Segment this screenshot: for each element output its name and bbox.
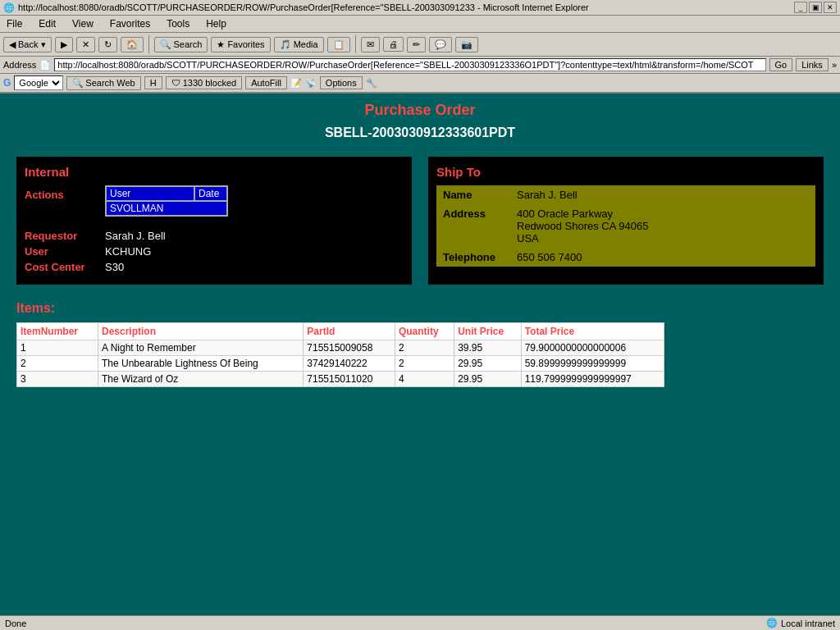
cost-center-value: S30 — [105, 261, 124, 273]
ship-telephone-value: 650 506 7400 — [510, 248, 815, 267]
col-description: Description — [98, 323, 303, 340]
ship-address-value: 400 Oracle Parkway Redwood Shores CA 940… — [510, 204, 815, 248]
history-icon: 📋 — [333, 39, 345, 50]
actions-user-input[interactable] — [106, 201, 227, 216]
address-bar: Address 📄 Go Links » — [0, 57, 840, 74]
google-extra-icon: 📡 — [305, 78, 317, 89]
links-button[interactable]: Links — [796, 58, 829, 71]
cost-center-row: Cost Center S30 — [25, 261, 404, 273]
cost-center-label: Cost Center — [25, 261, 98, 273]
go-button[interactable]: Go — [769, 58, 793, 71]
table-row: 3The Wizard of Oz715515011020429.95119.7… — [17, 372, 664, 387]
close-button[interactable]: ✕ — [824, 2, 837, 13]
requestor-label: Requestor — [25, 230, 98, 242]
page-title: Purchase Order — [16, 102, 824, 119]
home-icon: 🏠 — [126, 39, 138, 50]
search-icon: 🔍 — [160, 39, 171, 50]
actions-user-row — [106, 201, 227, 216]
cell-unit_price: 29.95 — [454, 356, 521, 372]
mail-button[interactable]: ✉ — [361, 37, 380, 52]
blogger-icon: 📝 — [290, 78, 302, 89]
cell-total_price: 119.7999999999999997 — [521, 372, 664, 387]
cell-item_number: 1 — [17, 340, 98, 356]
order-id: SBELL-2003030912333601PDT — [16, 126, 824, 140]
cell-quantity: 2 — [395, 356, 454, 372]
user-row: User KCHUNG — [25, 245, 404, 258]
two-column-layout: Internal Actions User Date Requestor Sar… — [16, 157, 824, 285]
requestor-value: Sarah J. Bell — [105, 230, 166, 242]
ship-name-label: Name — [436, 185, 510, 204]
cell-total_price: 79.9000000000000006 — [521, 340, 664, 356]
menu-file[interactable]: File — [3, 17, 25, 30]
menu-tools[interactable]: Tools — [163, 17, 193, 30]
cell-item_number: 3 — [17, 372, 98, 387]
items-table: ItemNumber Description PartId Quantity U… — [16, 322, 664, 387]
cell-item_number: 2 — [17, 356, 98, 372]
ship-name-row: Name Sarah J. Bell — [436, 185, 815, 204]
stop-icon: ✕ — [82, 39, 89, 50]
col-unit-price: Unit Price — [454, 323, 521, 340]
autofill-button[interactable]: AutoFill — [245, 76, 287, 89]
cell-part_id: 37429140222 — [304, 356, 395, 372]
search-web-button[interactable]: 🔍 Search Web — [66, 76, 140, 90]
google-search-select[interactable]: Google — [14, 75, 63, 90]
menu-view[interactable]: View — [69, 17, 97, 30]
messenger-button[interactable]: 📷 — [455, 37, 478, 52]
col-quantity: Quantity — [395, 323, 454, 340]
cell-part_id: 715515009058 — [304, 340, 395, 356]
actions-label: Actions — [25, 185, 98, 201]
internal-section: Internal Actions User Date Requestor Sar… — [16, 157, 412, 285]
discuss-button[interactable]: 💬 — [429, 37, 452, 52]
star-icon: ★ — [217, 39, 225, 50]
search-button[interactable]: 🔍 Search — [154, 37, 208, 52]
table-row: 1A Night to Remember715515009058239.9579… — [17, 340, 664, 356]
ship-telephone-label: Telephone — [436, 248, 510, 267]
menu-edit[interactable]: Edit — [35, 17, 59, 30]
menu-favorites[interactable]: Favorites — [107, 17, 153, 30]
print-button[interactable]: 🖨 — [383, 37, 404, 52]
edit-button[interactable]: ✏ — [407, 37, 426, 52]
ship-to-title: Ship To — [436, 165, 815, 179]
forward-icon: ▶ — [61, 39, 67, 50]
restore-button[interactable]: ▣ — [809, 2, 822, 13]
stop-button[interactable]: ✕ — [76, 37, 95, 52]
ship-address-row: Address 400 Oracle Parkway Redwood Shore… — [436, 204, 815, 248]
options-button[interactable]: Options — [320, 76, 363, 89]
blocked-badge: 🛡 1330 blocked — [166, 76, 243, 89]
minimize-button[interactable]: _ — [794, 2, 807, 13]
cell-total_price: 59.8999999999999999 — [521, 356, 664, 372]
media-icon: 🎵 — [280, 39, 291, 50]
actions-user-header: User — [106, 186, 194, 201]
user-value: KCHUNG — [105, 245, 151, 258]
items-header-row: ItemNumber Description PartId Quantity U… — [17, 323, 664, 340]
refresh-button[interactable]: ↻ — [98, 37, 117, 52]
ship-to-table: Name Sarah J. Bell Address 400 Oracle Pa… — [436, 185, 815, 267]
window-title: http://localhost:8080/oradb/SCOTT/PURCHA… — [18, 2, 589, 12]
ship-name-value: Sarah J. Bell — [510, 185, 815, 204]
address-input[interactable] — [54, 58, 765, 71]
ship-address-label: Address — [436, 204, 510, 248]
media-button[interactable]: 🎵 Media — [274, 37, 324, 52]
search-web-icon: 🔍 — [72, 78, 84, 89]
refresh-icon: ↻ — [104, 39, 112, 50]
favorites-button[interactable]: ★ Favorites — [211, 37, 270, 52]
forward-button[interactable]: ▶ — [55, 37, 73, 52]
menu-help[interactable]: Help — [203, 17, 230, 30]
highlight-button[interactable]: H — [144, 76, 162, 89]
actions-header: User Date — [106, 186, 227, 201]
back-button[interactable]: ◀ Back ▾ — [3, 37, 52, 52]
ship-telephone-row: Telephone 650 506 7400 — [436, 248, 815, 267]
options-icon: 🔧 — [366, 78, 377, 89]
history-button[interactable]: 📋 — [327, 37, 350, 52]
internal-section-title: Internal — [25, 165, 404, 179]
table-row: 2The Unbearable Lightness Of Being374291… — [17, 356, 664, 372]
user-label: User — [25, 245, 98, 258]
cell-unit_price: 29.95 — [454, 372, 521, 387]
home-button[interactable]: 🏠 — [121, 37, 144, 52]
cell-part_id: 715515011020 — [304, 372, 395, 387]
address-icon: 📄 — [39, 60, 51, 71]
col-item-number: ItemNumber — [17, 323, 98, 340]
cell-description: The Unbearable Lightness Of Being — [98, 356, 303, 372]
cell-description: The Wizard of Oz — [98, 372, 303, 387]
menu-bar: File Edit View Favorites Tools Help — [0, 16, 840, 33]
